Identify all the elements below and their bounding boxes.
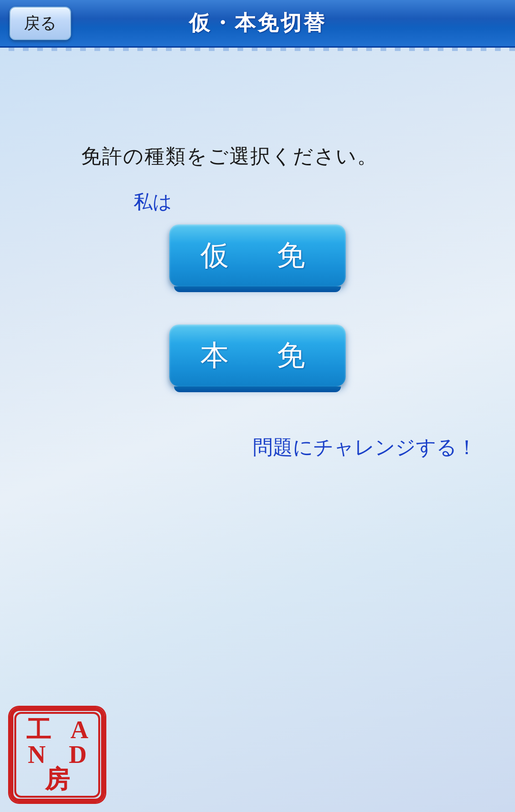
stamp-char-4: D xyxy=(69,742,87,767)
challenge-text: 問題にチャレンジする！ xyxy=(253,434,477,461)
kari-button-wrapper: 仮 免 xyxy=(169,224,346,286)
instruction-text: 免許の種類をご選択ください。 xyxy=(81,143,378,170)
hon-men-button[interactable]: 本 免 xyxy=(169,325,346,386)
stamp-char-5: 房 xyxy=(45,767,70,792)
back-button[interactable]: 戻る xyxy=(10,7,71,40)
kari-men-button[interactable]: 仮 免 xyxy=(169,224,346,286)
main-content: 免許の種類をご選択ください。 私は 仮 免 本 免 問題にチャレンジする！ xyxy=(0,48,515,461)
hon-button-wrapper: 本 免 xyxy=(169,325,346,386)
stamp-inner: 工 A N D 房 xyxy=(14,712,100,798)
stamp-char-1: 工 xyxy=(26,718,51,742)
stamp-border: 工 A N D 房 xyxy=(10,707,105,802)
header-title: 仮・本免切替 xyxy=(189,9,326,37)
stamp-logo: 工 A N D 房 xyxy=(10,707,105,802)
watashi-label: 私は xyxy=(134,189,172,215)
stamp-char-3: N xyxy=(28,742,46,767)
header: 戻る 仮・本免切替 xyxy=(0,0,515,48)
stamp-char-2: A xyxy=(71,718,89,742)
